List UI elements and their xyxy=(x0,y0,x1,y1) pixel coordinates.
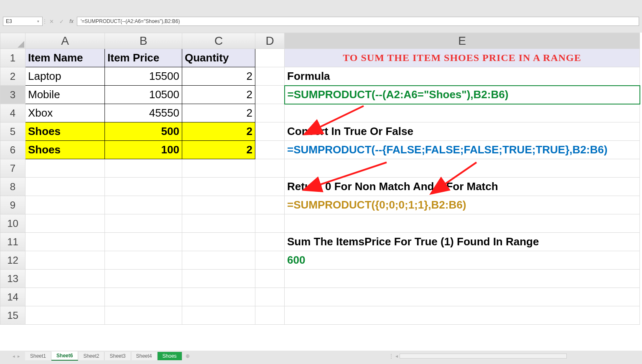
cell-a11[interactable] xyxy=(25,233,104,251)
cell-c9[interactable] xyxy=(182,196,255,214)
cell-c3[interactable]: 2 xyxy=(182,86,255,104)
row-header-12[interactable]: 12 xyxy=(0,251,25,270)
cell-d1[interactable] xyxy=(255,49,284,67)
cell-e13[interactable] xyxy=(285,270,639,288)
cell-c8[interactable] xyxy=(182,178,255,196)
col-header-b[interactable]: B xyxy=(105,33,182,49)
name-box[interactable]: E3 ▾ xyxy=(3,17,43,26)
cell-b5[interactable]: 500 xyxy=(105,122,182,140)
cell-c4[interactable]: 2 xyxy=(182,104,255,122)
row-header-9[interactable]: 9 xyxy=(0,196,25,214)
scroll-track[interactable] xyxy=(400,354,567,359)
cell-d14[interactable] xyxy=(255,288,284,306)
cell-a6[interactable]: Shoes xyxy=(25,141,104,159)
name-box-dropdown-icon[interactable]: ▾ xyxy=(35,18,41,25)
cell-a14[interactable] xyxy=(25,288,104,306)
row-header-11[interactable]: 11 xyxy=(0,233,25,251)
cell-d7[interactable] xyxy=(255,159,284,177)
tab-sheet2[interactable]: Sheet2 xyxy=(78,352,104,360)
cell-a8[interactable] xyxy=(25,178,104,196)
cell-e7[interactable] xyxy=(285,159,639,177)
cancel-formula-button[interactable]: ✕ xyxy=(47,17,56,26)
cell-b3[interactable]: 10500 xyxy=(105,86,182,104)
row-header-15[interactable]: 15 xyxy=(0,306,25,325)
cell-b1[interactable]: Item Price xyxy=(105,49,182,67)
cell-c7[interactable] xyxy=(182,159,255,177)
cell-b15[interactable] xyxy=(105,306,182,324)
cell-a9[interactable] xyxy=(25,196,104,214)
fx-icon[interactable]: fx xyxy=(67,18,76,24)
cell-b7[interactable] xyxy=(105,159,182,177)
cell-e11[interactable]: Sum The ItemsPrice For True (1) Found In… xyxy=(285,233,639,251)
row-header-4[interactable]: 4 xyxy=(0,104,25,122)
col-header-a[interactable]: A xyxy=(25,33,105,49)
cell-a13[interactable] xyxy=(25,270,104,288)
cell-d12[interactable] xyxy=(255,251,284,269)
cell-a10[interactable] xyxy=(25,214,104,232)
row-header-7[interactable]: 7 xyxy=(0,159,25,178)
tab-sheet6[interactable]: Sheet6 xyxy=(51,351,78,361)
cell-a4[interactable]: Xbox xyxy=(25,104,104,122)
cell-a2[interactable]: Laptop xyxy=(25,67,104,85)
select-all-button[interactable] xyxy=(0,33,25,49)
horizontal-scrollbar[interactable]: ⋮ ◂ xyxy=(389,353,567,359)
cell-b2[interactable]: 15500 xyxy=(105,67,182,85)
cell-c6[interactable]: 2 xyxy=(182,141,255,159)
cell-b4[interactable]: 45550 xyxy=(105,104,182,122)
row-header-14[interactable]: 14 xyxy=(0,288,25,306)
cell-c14[interactable] xyxy=(182,288,255,306)
tab-sheet1[interactable]: Sheet1 xyxy=(25,352,51,360)
cell-a1[interactable]: Item Name xyxy=(25,49,104,67)
row-header-6[interactable]: 6 xyxy=(0,141,25,159)
cell-d6[interactable] xyxy=(255,141,284,159)
cell-b9[interactable] xyxy=(105,196,182,214)
cell-b8[interactable] xyxy=(105,178,182,196)
cell-d2[interactable] xyxy=(255,67,284,85)
cell-d8[interactable] xyxy=(255,178,284,196)
cell-c12[interactable] xyxy=(182,251,255,269)
cell-b10[interactable] xyxy=(105,214,182,232)
row-header-8[interactable]: 8 xyxy=(0,178,25,196)
cell-e8[interactable]: Return 0 For Non Match And 1 For Match xyxy=(285,178,639,196)
cell-d10[interactable] xyxy=(255,214,284,232)
cell-c2[interactable]: 2 xyxy=(182,67,255,85)
col-header-c[interactable]: C xyxy=(182,33,255,49)
cell-e10[interactable] xyxy=(285,214,639,232)
row-header-3[interactable]: 3 xyxy=(0,86,25,104)
cell-e9[interactable]: =SUMPRODUCT({0;0;0;1;1},B2:B6) xyxy=(285,196,639,214)
col-header-d[interactable]: D xyxy=(255,33,285,49)
formula-input[interactable]: '=SUMPRODUCT(--(A2:A6="Shoes"),B2:B6) xyxy=(77,17,639,26)
row-header-13[interactable]: 13 xyxy=(0,270,25,288)
cell-d15[interactable] xyxy=(255,306,284,324)
cell-e2[interactable]: Formula xyxy=(285,67,639,85)
cell-e5[interactable]: Convert In True Or False xyxy=(285,122,639,140)
tab-sheet4[interactable]: Sheet4 xyxy=(131,352,158,360)
cell-b11[interactable] xyxy=(105,233,182,251)
cell-d9[interactable] xyxy=(255,196,284,214)
col-header-e[interactable]: E xyxy=(285,33,640,49)
cell-e3[interactable]: =SUMPRODUCT(--(A2:A6="Shoes"),B2:B6) xyxy=(285,86,639,104)
row-header-2[interactable]: 2 xyxy=(0,67,25,86)
cell-a15[interactable] xyxy=(25,306,104,324)
cell-e12[interactable]: 600 xyxy=(285,251,639,269)
cell-c5[interactable]: 2 xyxy=(182,122,255,140)
confirm-formula-button[interactable]: ✓ xyxy=(57,17,66,26)
cell-e15[interactable] xyxy=(285,306,639,324)
cell-c10[interactable] xyxy=(182,214,255,232)
cell-d5[interactable] xyxy=(255,122,284,140)
row-header-10[interactable]: 10 xyxy=(0,214,25,233)
tab-nav[interactable]: ◂ ▸ xyxy=(0,354,25,359)
cell-d3[interactable] xyxy=(255,86,284,104)
row-header-1[interactable]: 1 xyxy=(0,49,25,67)
cell-e6[interactable]: =SUMPRODUCT(--{FALSE;FALSE;FALSE;TRUE;TR… xyxy=(285,141,639,159)
add-sheet-button[interactable]: ⊕ xyxy=(182,353,193,359)
cell-d4[interactable] xyxy=(255,104,284,122)
cell-a12[interactable] xyxy=(25,251,104,269)
cell-e1[interactable]: TO SUM THE ITEM SHOES PRICE IN A RANGE xyxy=(285,49,639,67)
cell-c13[interactable] xyxy=(182,270,255,288)
cell-c15[interactable] xyxy=(182,306,255,324)
cell-b6[interactable]: 100 xyxy=(105,141,182,159)
tab-sheet3[interactable]: Sheet3 xyxy=(104,352,131,360)
cell-b14[interactable] xyxy=(105,288,182,306)
row-header-5[interactable]: 5 xyxy=(0,122,25,141)
